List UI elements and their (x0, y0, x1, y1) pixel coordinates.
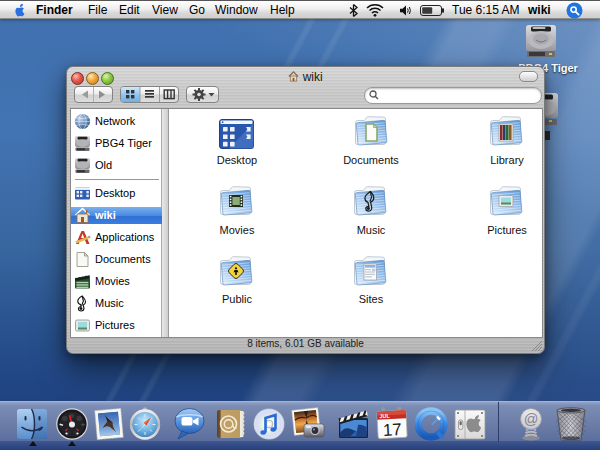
svg-text:JUL: JUL (379, 413, 390, 420)
svg-text:@: @ (524, 411, 539, 427)
svg-text:17: 17 (382, 420, 402, 440)
